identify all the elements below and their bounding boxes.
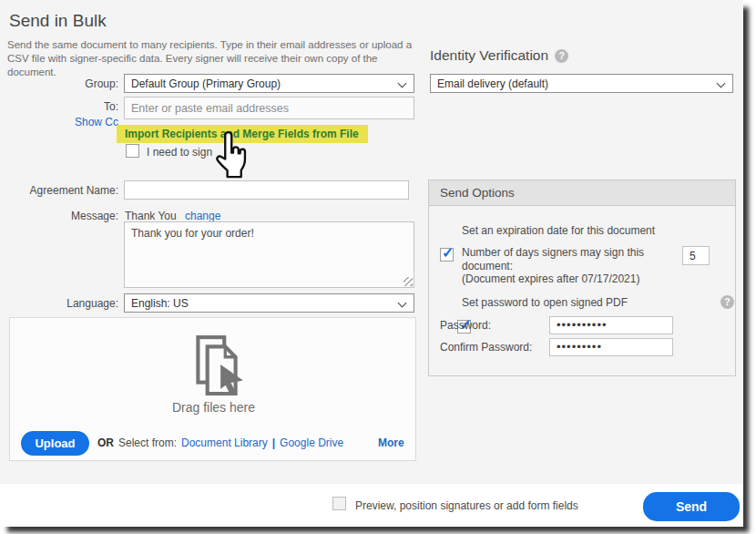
recipients-input[interactable] bbox=[124, 97, 414, 119]
to-label: To: bbox=[8, 100, 118, 113]
chevron-down-icon bbox=[398, 79, 407, 88]
i-need-to-sign-label: I need to sign bbox=[147, 146, 212, 159]
identity-verification-header: Identity Verification ? bbox=[430, 47, 568, 64]
check-icon: ✓ bbox=[442, 244, 454, 262]
textarea-resize-handle-icon[interactable] bbox=[404, 277, 413, 286]
i-need-to-sign-checkbox[interactable] bbox=[126, 144, 139, 158]
identity-verification-heading: Identity Verification bbox=[430, 47, 548, 64]
password-checkbox-label: Set password to open signed PDF bbox=[462, 296, 628, 309]
agreement-name-input[interactable] bbox=[124, 180, 409, 200]
upload-button[interactable]: Upload bbox=[21, 431, 89, 456]
page-title: Send in Bulk bbox=[9, 11, 107, 31]
password-label: Password: bbox=[440, 319, 491, 332]
drag-files-icon bbox=[189, 334, 245, 395]
change-message-link[interactable]: change bbox=[185, 210, 220, 222]
group-label: Group: bbox=[8, 77, 118, 90]
help-icon[interactable]: ? bbox=[555, 49, 568, 63]
drag-files-text: Drag files here bbox=[10, 400, 417, 415]
select-from-row: OR Select from: Document Library | Googl… bbox=[97, 436, 343, 449]
identity-verification-value: Email delivery (default) bbox=[437, 77, 548, 90]
file-drop-zone[interactable]: Drag files here Upload OR Select from: D… bbox=[9, 317, 416, 461]
language-label: Language: bbox=[8, 297, 118, 310]
send-options-panel: Send Options ✓ Set an expiration date fo… bbox=[428, 180, 736, 376]
confirm-password-label: Confirm Password: bbox=[440, 341, 532, 354]
days-input[interactable] bbox=[682, 246, 710, 265]
expiration-checkbox-label: Set an expiration date for this document bbox=[462, 224, 655, 237]
chevron-down-icon bbox=[717, 79, 726, 88]
preview-checkbox[interactable] bbox=[332, 497, 346, 510]
document-library-link[interactable]: Document Library bbox=[181, 436, 268, 449]
agreement-name-label: Agreement Name: bbox=[8, 184, 118, 197]
message-textarea[interactable]: Thank you for your order! bbox=[124, 221, 414, 288]
link-separator: | bbox=[272, 436, 275, 449]
language-value: English: US bbox=[131, 297, 189, 310]
google-drive-link[interactable]: Google Drive bbox=[280, 436, 343, 449]
show-cc-link[interactable]: Show Cc bbox=[8, 116, 118, 128]
message-template-name: Thank You bbox=[125, 210, 177, 222]
identity-verification-select[interactable]: Email delivery (default) bbox=[430, 74, 733, 93]
expires-note: (Document expires after 07/17/2021) bbox=[462, 272, 639, 285]
footer-bar: Preview, position signatures or add form… bbox=[0, 484, 743, 527]
send-options-heading: Send Options bbox=[429, 180, 735, 206]
expiration-checkbox[interactable]: ✓ bbox=[440, 248, 454, 262]
help-icon[interactable]: ? bbox=[720, 295, 734, 309]
password-input[interactable]: •••••••••• bbox=[549, 316, 673, 334]
select-from-text: Select from: bbox=[118, 436, 177, 449]
or-text: OR bbox=[97, 436, 114, 449]
language-select[interactable]: English: US bbox=[124, 293, 414, 313]
chevron-down-icon bbox=[398, 299, 407, 308]
send-in-bulk-page: Send in Bulk Send the same document to m… bbox=[0, 0, 743, 527]
confirm-password-input[interactable]: ••••••••• bbox=[549, 338, 673, 356]
send-button[interactable]: Send bbox=[643, 492, 740, 521]
hand-cursor-icon bbox=[210, 131, 249, 180]
group-select[interactable]: Default Group (Primary Group) bbox=[124, 74, 414, 93]
days-label: Number of days signers may sign this doc… bbox=[462, 246, 658, 273]
message-label: Message: bbox=[8, 210, 118, 222]
preview-checkbox-label: Preview, position signatures or add form… bbox=[355, 499, 578, 512]
more-link[interactable]: More bbox=[378, 436, 404, 449]
group-value: Default Group (Primary Group) bbox=[131, 77, 281, 90]
